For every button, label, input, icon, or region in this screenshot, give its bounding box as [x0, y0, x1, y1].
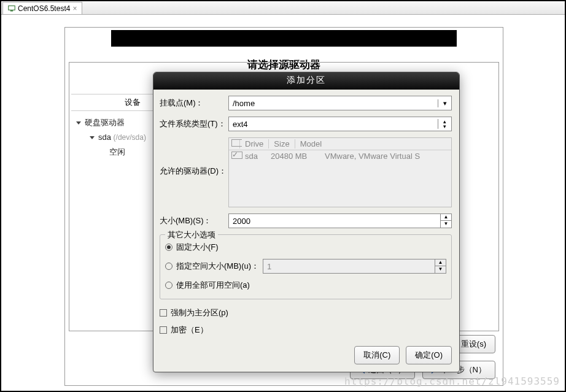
size-label: 大小(MB)(S)： [160, 215, 228, 226]
radio-fillto-label: 指定空间大小(MB)(u)： [176, 261, 259, 272]
radio-fixed-row[interactable]: 固定大小(F) [165, 239, 446, 256]
radio-all-label: 使用全部可用空间(a) [176, 280, 250, 291]
drive-name: sda [240, 152, 266, 161]
force-primary-row[interactable]: 强制为主分区(p) [160, 304, 452, 321]
dialog-title: 添加分区 [153, 72, 459, 90]
checkbox-icon [231, 139, 242, 147]
drives-label: 允许的驱动器(D)： [160, 137, 228, 177]
vm-tab[interactable]: CentOS6.5test4 × [2, 2, 82, 14]
size-spinner[interactable]: ▲▼ [440, 214, 451, 228]
device-tree: 硬盘驱动器 sda (/dev/sda) 空闲 [76, 115, 146, 159]
radio-on-icon[interactable] [165, 244, 173, 251]
encrypt-label: 加密（E） [171, 325, 208, 336]
tree-free[interactable]: 空闲 [109, 145, 146, 159]
radio-off-icon[interactable] [165, 282, 173, 289]
mount-label: 挂载点(M)： [160, 98, 228, 109]
fillto-input [263, 259, 435, 273]
tab-title: CentOS6.5test4 [18, 4, 70, 13]
other-size-legend: 其它大小选项 [165, 229, 218, 240]
radio-fillto-row[interactable]: 指定空间大小(MB)(u)： ▲▼ [165, 256, 446, 277]
cancel-button[interactable]: 取消(C) [354, 346, 400, 364]
dialog-footer: 取消(C) 确定(O) [153, 346, 459, 372]
monitor-icon [8, 5, 15, 12]
size-input[interactable] [229, 214, 440, 228]
spin-up-icon[interactable]: ▲ [440, 214, 451, 221]
fstype-combobox[interactable]: ext4 ▴▾ [228, 117, 452, 131]
tree-root[interactable]: 硬盘驱动器 [76, 115, 146, 130]
wizard-header-bar [111, 30, 457, 47]
updown-icon[interactable]: ▴▾ [438, 119, 451, 129]
hdr-drive: Drive [240, 139, 269, 148]
chevron-down-icon [90, 136, 95, 139]
radio-fixed-label: 固定大小(F) [176, 242, 219, 253]
add-partition-dialog: 添加分区 挂载点(M)： /home ▾ 文件系统类型(T)： ext4 ▴▾ [153, 72, 460, 372]
drive-row[interactable]: sda 20480 MB VMware, VMware Virtual S [229, 150, 451, 162]
drive-size: 20480 MB [266, 152, 320, 161]
hdr-size: Size [269, 139, 295, 148]
checkbox-checked-icon[interactable] [231, 152, 242, 159]
fstype-label: 文件系统类型(T)： [160, 118, 228, 129]
drive-model: VMware, VMware Virtual S [320, 152, 425, 161]
svg-rect-1 [10, 10, 14, 12]
checkbox-icon[interactable] [160, 309, 167, 317]
checkbox-icon[interactable] [160, 326, 167, 334]
drive-list[interactable]: Drive Size Model sda 20480 MB VMware, VM… [228, 137, 452, 207]
other-size-group: 其它大小选项 固定大小(F) 指定空间大小(MB)(u)： ▲▼ [160, 234, 452, 299]
chevron-down-icon[interactable]: ▾ [438, 99, 451, 107]
force-primary-label: 强制为主分区(p) [171, 307, 228, 318]
svg-rect-0 [9, 6, 15, 10]
radio-off-icon[interactable] [165, 263, 173, 270]
hdr-model: Model [295, 139, 449, 148]
drive-list-header: Drive Size Model [229, 138, 451, 150]
tab-bar: CentOS6.5test4 × [1, 1, 565, 15]
size-input-wrap: ▲▼ [228, 213, 452, 228]
fstype-value: ext4 [229, 120, 438, 129]
fillto-spinner: ▲▼ [435, 259, 446, 273]
spin-down-icon[interactable]: ▼ [440, 221, 451, 228]
chevron-down-icon [76, 121, 81, 125]
watermark: https://blog.csdn.net/zl941593559 [344, 375, 560, 387]
encrypt-row[interactable]: 加密（E） [160, 321, 452, 339]
ok-button[interactable]: 确定(O) [406, 346, 452, 364]
mount-combobox[interactable]: /home ▾ [228, 96, 452, 110]
close-icon[interactable]: × [72, 4, 77, 13]
tree-disk[interactable]: sda (/dev/sda) [90, 130, 146, 145]
radio-all-row[interactable]: 使用全部可用空间(a) [165, 277, 446, 294]
mount-value: /home [229, 99, 438, 108]
fillto-input-wrap: ▲▼ [263, 259, 446, 274]
